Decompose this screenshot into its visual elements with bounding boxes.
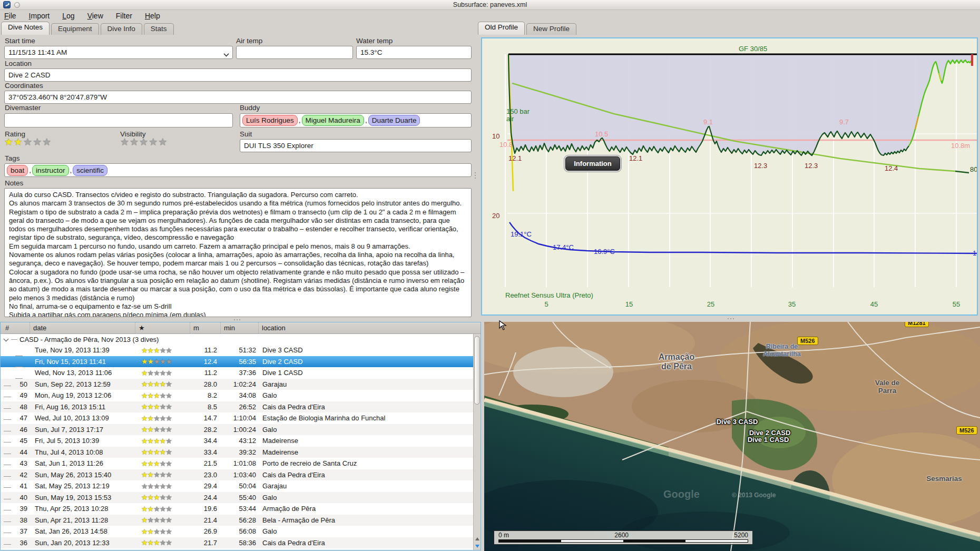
notes-textarea[interactable]: Aula do curso CASD. Transectos c/video e…: [4, 188, 472, 317]
trip-group-row[interactable]: CASD - Armação de Pêra, Nov 2013 (3 dive…: [1, 334, 473, 345]
tab-dive-notes[interactable]: Dive Notes: [1, 22, 50, 35]
tag-chip[interactable]: boat: [7, 165, 28, 176]
expander-icon[interactable]: [4, 337, 9, 342]
water-temp-input[interactable]: 15.3°C: [356, 46, 472, 59]
col-header-location[interactable]: location: [258, 322, 481, 333]
star-icon[interactable]: ★: [33, 136, 42, 147]
dive-row[interactable]: 36Sun, Jan 20, 2013 12:33★★★★★21.758:36C…: [1, 537, 473, 549]
dive-row[interactable]: 46Sun, Jul 7, 2013 17:17★★★★★28.21:00:24…: [1, 424, 473, 436]
dive-profile-chart[interactable]: GF 30/85150 barair8010.8m10.8102012.112.…: [481, 37, 978, 316]
buddy-chip[interactable]: Duarte Duarte: [368, 115, 420, 126]
map-label-vale-de-parra: Vale de Parra: [864, 379, 911, 395]
svg-text:16: 16: [973, 249, 977, 257]
menu-view[interactable]: View: [87, 12, 103, 20]
divemaster-label: Divemaster: [5, 104, 41, 112]
map-label-town: Armação de Pêra: [642, 352, 711, 371]
tag-chip[interactable]: instructor: [32, 165, 69, 176]
col-header-duration[interactable]: min: [220, 322, 258, 333]
splitter-handle[interactable]: [473, 35, 477, 316]
visibility-stars[interactable]: ★★★★★: [120, 136, 168, 148]
col-header-num[interactable]: #: [1, 322, 30, 333]
scroll-down-button[interactable]: [474, 543, 481, 550]
scale-mid: 2600: [614, 532, 629, 539]
dive-row[interactable]: Fri, Nov 15, 2013 11:41★★★★★12.456:35Div…: [1, 356, 473, 368]
dive-row[interactable]: 42Sun, May 26, 2013 15:40★★★★★23.01:03:4…: [1, 469, 473, 481]
start-time-select[interactable]: 11/15/13 11:41 AM: [4, 46, 233, 59]
tag-chip[interactable]: scientific: [73, 165, 107, 176]
road-badge-m526: M526: [956, 426, 977, 435]
information-button[interactable]: Information: [565, 156, 620, 171]
scroll-up-button[interactable]: [474, 535, 481, 543]
svg-text:35: 35: [788, 300, 796, 308]
dive-row[interactable]: 40Sun, May 19, 2013 15:53★★★★★24.455:40G…: [1, 492, 473, 504]
col-header-date[interactable]: date: [30, 322, 135, 333]
left-tab-bar: Dive NotesEquipmentDive InfoStats: [1, 22, 175, 35]
svg-text:12.3: 12.3: [754, 162, 767, 170]
scale-end: 5200: [734, 532, 748, 539]
star-icon[interactable]: ★: [42, 136, 52, 147]
dive-row[interactable]: 48Fri, Aug 16, 2013 15:11★★★★★8.526:52Ca…: [1, 401, 473, 413]
buddy-input[interactable]: Luís Rodrigues, Miguel Madureira, Duarte…: [240, 113, 472, 127]
col-header-depth[interactable]: m: [190, 322, 220, 333]
tab-stats[interactable]: Stats: [144, 23, 174, 35]
dive-row[interactable]: 37Sat, Jan 26, 2013 14:58★★★★★26.956:08G…: [1, 526, 473, 537]
dive-site-map[interactable]: Armação de Pêra Ribeira de Alcantarilha …: [484, 322, 980, 551]
splitter-handle[interactable]: [0, 317, 474, 322]
location-label: Location: [5, 60, 32, 67]
dive-row[interactable]: 39Thu, Apr 25, 2013 10:28★★★★★19.653:44A…: [1, 503, 473, 515]
tab-equipment[interactable]: Equipment: [51, 23, 99, 35]
dive-row[interactable]: Tue, Nov 19, 2013 11:39★★★★★11.251:32Div…: [1, 345, 473, 356]
dive-row[interactable]: 44Thu, Jul 4, 2013 10:08★★★★★33.439:32Ma…: [1, 447, 473, 458]
location-input[interactable]: Dive 2 CASD: [4, 68, 472, 82]
dive-row[interactable]: 49Mon, Aug 19, 2013 12:06★★★★★8.234:08Ga…: [1, 390, 473, 401]
tab-old-profile[interactable]: Old Profile: [478, 22, 525, 35]
star-icon[interactable]: ★: [149, 136, 158, 147]
star-icon[interactable]: ★: [14, 136, 23, 147]
tags-input[interactable]: boat, instructor, scientific: [4, 163, 472, 177]
suit-input[interactable]: DUI TLS 350 Explorer: [240, 139, 472, 152]
air-temp-input[interactable]: [236, 46, 353, 59]
cursor-icon: [499, 320, 507, 331]
water-temp-label: Water temp: [356, 37, 393, 45]
menu-file[interactable]: File: [4, 12, 16, 20]
svg-text:15: 15: [625, 300, 633, 308]
dive-row[interactable]: Wed, Nov 13, 2013 11:06★★★★★11.237:36Div…: [1, 367, 473, 379]
dive-row[interactable]: 43Sat, Jun 1, 2013 11:26★★★★★21.51:01:08…: [1, 458, 473, 469]
star-icon[interactable]: ★: [120, 136, 130, 147]
svg-text:12.3: 12.3: [805, 162, 818, 170]
star-icon[interactable]: ★: [130, 136, 139, 147]
dive-row[interactable]: 47Wed, Jul 10, 2013 13:09★★★★★14.71:10:0…: [1, 412, 473, 424]
star-icon[interactable]: ★: [139, 136, 149, 147]
rating-stars[interactable]: ★★★★★: [4, 136, 52, 148]
splitter-handle[interactable]: [481, 316, 980, 321]
map-marker-dive-3[interactable]: Dive 3 CASD: [705, 418, 769, 426]
menu-import[interactable]: Import: [29, 12, 50, 20]
dive-row[interactable]: 41Sat, May 25, 2013 12:19★★★★★29.450:04G…: [1, 480, 473, 492]
dive-row[interactable]: 50Sun, Sep 22, 2013 12:59★★★★★28.01:02:2…: [1, 379, 473, 390]
star-icon[interactable]: ★: [158, 136, 168, 147]
coordinates-input[interactable]: 37°05'23.460"N 8°20'47.879"W: [4, 91, 472, 104]
col-header-rating[interactable]: ★: [135, 322, 190, 333]
scrollbar-thumb[interactable]: [474, 336, 480, 405]
dive-row[interactable]: 38Sun, Apr 21, 2013 11:28★★★★★21.456:28B…: [1, 515, 473, 526]
dive-list-header[interactable]: # date ★ m min location: [1, 322, 481, 334]
map-watermark: Google: [663, 488, 700, 500]
star-icon[interactable]: ★: [23, 136, 33, 147]
dive-list-scrollbar[interactable]: [473, 334, 481, 550]
svg-text:45: 45: [870, 300, 878, 308]
right-tab-bar: Old ProfileNew Profile: [478, 22, 578, 35]
tab-new-profile[interactable]: New Profile: [526, 23, 576, 35]
divemaster-input[interactable]: [4, 113, 233, 127]
tab-dive-info[interactable]: Dive Info: [101, 23, 142, 35]
star-icon[interactable]: ★: [4, 136, 14, 147]
menu-log[interactable]: Log: [62, 12, 74, 20]
map-terrain: [484, 322, 980, 551]
dive-row[interactable]: 45Fri, Jul 5, 2013 10:39★★★★★34.443:12Ma…: [1, 435, 473, 447]
menu-help[interactable]: Help: [145, 12, 160, 20]
svg-text:16.9°C: 16.9°C: [594, 248, 615, 255]
buddy-chip[interactable]: Luís Rodrigues: [242, 115, 298, 126]
buddy-chip[interactable]: Miguel Madureira: [302, 115, 364, 126]
map-marker-dive-1[interactable]: Dive 1 CASD: [737, 436, 800, 444]
map-label-river: Ribeira de Alcantarilha: [750, 343, 814, 358]
menu-filter[interactable]: Filter: [116, 12, 132, 20]
